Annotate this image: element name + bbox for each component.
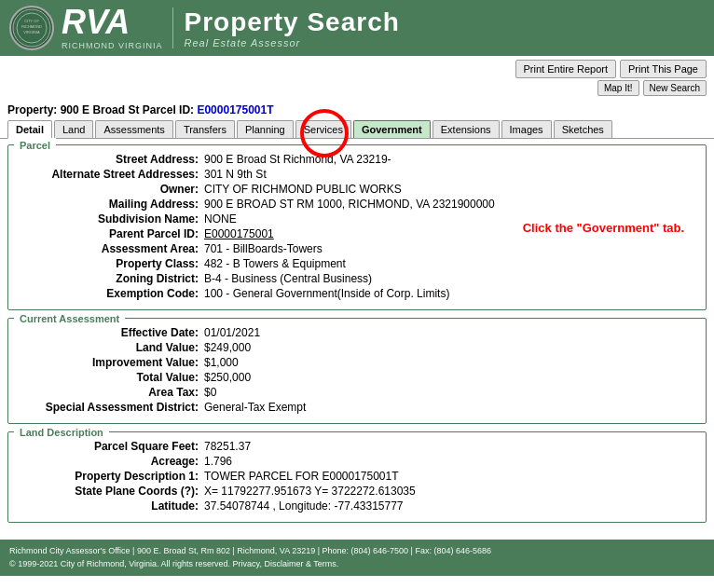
field-special-assessment: Special Assessment District: General-Tax… (18, 401, 696, 414)
property-label: Property: (7, 103, 57, 116)
tab-transfers[interactable]: Transfers (175, 120, 235, 138)
logo-area: CITY OF RICHMOND VIRGINIA RVA RICHMOND V… (9, 6, 163, 50)
field-effective-date: Effective Date: 01/01/2021 (18, 326, 696, 339)
field-value-alt-address: 301 N 9th St (204, 168, 267, 181)
tab-services[interactable]: Services (295, 120, 351, 138)
tab-sketches[interactable]: Sketches (554, 120, 612, 138)
field-value-total-value: $250,000 (204, 371, 251, 384)
tab-detail[interactable]: Detail (7, 120, 52, 139)
field-land-value: Land Value: $249,000 (18, 341, 696, 354)
new-search-button[interactable]: New Search (643, 80, 707, 96)
field-state-plane: State Plane Coords (?): X= 11792277.9516… (18, 485, 696, 498)
field-value-acreage: 1.796 (204, 455, 232, 468)
field-label-parcel-sqft: Parcel Square Feet: (18, 440, 204, 453)
assessment-section-title: Current Assessment (14, 311, 125, 326)
property-id-line: Property: 900 E Broad St Parcel ID: E000… (0, 100, 714, 120)
parcel-id-link[interactable]: E0000175001T (197, 103, 273, 116)
field-exemption-code: Exemption Code: 100 - General Government… (18, 287, 495, 300)
field-label-latitude: Latitude: (18, 499, 204, 513)
field-value-exemption-code: 100 - General Government(Inside of Corp.… (204, 287, 449, 300)
parcel-section: Parcel Street Address: 900 E Broad St Ri… (7, 144, 707, 310)
field-improvement-value: Improvement Value: $1,000 (18, 356, 696, 369)
field-label-property-description: Property Description 1: (18, 470, 204, 483)
field-label-street-address: Street Address: (18, 153, 204, 166)
government-tab-annotation: Click the "Government" tab. (523, 221, 684, 235)
parcel-section-title: Parcel (14, 138, 56, 153)
field-value-parcel-sqft: 78251.37 (204, 440, 251, 453)
tab-government[interactable]: Government (353, 120, 431, 138)
field-acreage: Acreage: 1.796 (18, 455, 696, 468)
city-seal: CITY OF RICHMOND VIRGINIA (9, 6, 54, 50)
land-section: Land Description Parcel Square Feet: 782… (7, 431, 707, 523)
field-subdivision: Subdivision Name: NONE (18, 212, 495, 226)
toolbar-row2: Map It! New Search (0, 80, 714, 100)
field-label-property-class: Property Class: (18, 257, 204, 270)
app-title: Property Search (185, 7, 400, 37)
field-area-tax: Area Tax: $0 (18, 386, 696, 399)
field-label-improvement-value: Improvement Value: (18, 356, 204, 369)
field-property-description: Property Description 1: TOWER PARCEL FOR… (18, 470, 696, 483)
field-parent-parcel: Parent Parcel ID: E0000175001 (18, 227, 495, 240)
field-value-property-class: 482 - B Towers & Equipment (204, 257, 346, 270)
field-value-effective-date: 01/01/2021 (204, 326, 260, 339)
tab-container-wrap: Detail Land Assessments Transfers Planni… (0, 120, 714, 139)
footer: Richmond City Assessor's Office | 900 E.… (0, 540, 714, 576)
field-value-latitude: 37.54078744 , Longitude: -77.43315777 (204, 499, 404, 513)
field-label-acreage: Acreage: (18, 455, 204, 468)
field-label-assessment-area: Assessment Area: (18, 242, 204, 255)
field-value-mailing-address: 900 E BROAD ST RM 1000, RICHMOND, VA 232… (204, 198, 495, 211)
tab-land[interactable]: Land (54, 120, 93, 138)
field-label-effective-date: Effective Date: (18, 326, 204, 339)
print-this-page-button[interactable]: Print This Page (620, 60, 707, 78)
tab-extensions[interactable]: Extensions (433, 120, 500, 138)
field-label-special-assessment: Special Assessment District: (18, 401, 204, 414)
field-latitude: Latitude: 37.54078744 , Longitude: -77.4… (18, 499, 696, 513)
tabs: Detail Land Assessments Transfers Planni… (0, 120, 714, 139)
land-section-content: Parcel Square Feet: 78251.37 Acreage: 1.… (8, 440, 706, 522)
field-label-subdivision: Subdivision Name: (18, 212, 204, 226)
field-value-land-value: $249,000 (204, 341, 251, 354)
header-title-area: Property Search Real Estate Assessor (172, 7, 400, 48)
map-it-button[interactable]: Map It! (597, 80, 639, 96)
svg-text:VIRGINIA: VIRGINIA (23, 30, 40, 34)
property-address-value: 900 E Broad St (61, 103, 140, 116)
svg-text:CITY OF: CITY OF (24, 19, 39, 23)
footer-line2: © 1999-2021 City of Richmond, Virginia. … (9, 558, 705, 571)
field-value-zoning-district: B-4 - Business (Central Business) (204, 272, 372, 285)
svg-text:RICHMOND: RICHMOND (21, 24, 42, 29)
field-label-parent-parcel: Parent Parcel ID: (18, 227, 204, 240)
field-parcel-sqft: Parcel Square Feet: 78251.37 (18, 440, 696, 453)
field-label-exemption-code: Exemption Code: (18, 287, 204, 300)
footer-line1: Richmond City Assessor's Office | 900 E.… (9, 545, 705, 558)
land-section-title: Land Description (14, 425, 109, 440)
print-entire-report-button[interactable]: Print Entire Report (515, 60, 616, 78)
field-value-property-description: TOWER PARCEL FOR E0000175001T (204, 470, 399, 483)
field-value-street-address: 900 E Broad St Richmond, VA 23219- (204, 153, 391, 166)
tab-images[interactable]: Images (501, 120, 552, 138)
app-subtitle: Real Estate Assessor (185, 37, 400, 48)
field-label-owner: Owner: (18, 183, 204, 196)
field-label-area-tax: Area Tax: (18, 386, 204, 399)
assessment-section: Current Assessment Effective Date: 01/01… (7, 318, 707, 424)
field-mailing-address: Mailing Address: 900 E BROAD ST RM 1000,… (18, 198, 495, 211)
main-content: Parcel Street Address: 900 E Broad St Ri… (0, 139, 714, 536)
field-label-alt-address: Alternate Street Addresses: (18, 168, 204, 181)
field-value-special-assessment: General-Tax Exempt (204, 401, 306, 414)
field-label-state-plane: State Plane Coords (?): (18, 485, 204, 498)
tab-planning[interactable]: Planning (237, 120, 294, 138)
field-value-subdivision: NONE (204, 212, 237, 226)
parcel-id-label: Parcel ID: (143, 103, 194, 116)
field-alt-address: Alternate Street Addresses: 301 N 9th St (18, 168, 495, 181)
field-value-improvement-value: $1,000 (204, 356, 239, 369)
field-value-parent-parcel-link[interactable]: E0000175001 (204, 227, 274, 240)
field-total-value: Total Value: $250,000 (18, 371, 696, 384)
field-label-total-value: Total Value: (18, 371, 204, 384)
field-assessment-area: Assessment Area: 701 - BillBoards-Towers (18, 242, 495, 255)
rva-branding: RVA RICHMOND VIRGINIA (62, 6, 163, 50)
field-street-address: Street Address: 900 E Broad St Richmond,… (18, 153, 495, 166)
field-label-zoning-district: Zoning District: (18, 272, 204, 285)
header: CITY OF RICHMOND VIRGINIA RVA RICHMOND V… (0, 0, 714, 56)
field-zoning-district: Zoning District: B-4 - Business (Central… (18, 272, 495, 285)
tab-assessments[interactable]: Assessments (95, 120, 172, 138)
richmond-virginia-text: RICHMOND VIRGINIA (62, 41, 163, 50)
